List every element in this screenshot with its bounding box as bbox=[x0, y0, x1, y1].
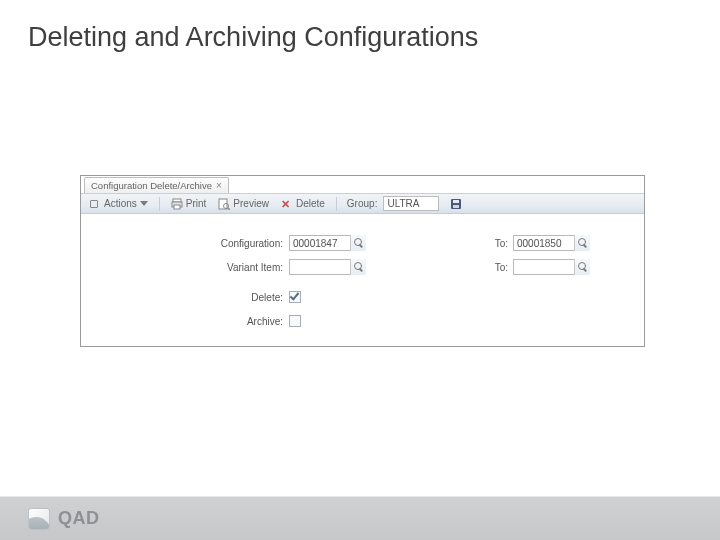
archive-checkbox[interactable] bbox=[289, 315, 301, 327]
label-delete: Delete: bbox=[81, 292, 289, 303]
search-icon bbox=[578, 238, 588, 248]
preview-label: Preview bbox=[233, 198, 269, 209]
app-window: Configuration Delete/Archive × Actions P… bbox=[80, 175, 645, 347]
lookup-button[interactable] bbox=[574, 259, 590, 275]
chevron-down-icon bbox=[140, 201, 148, 206]
qad-logo-text: QAD bbox=[58, 508, 100, 529]
group-label: Group: bbox=[347, 198, 378, 209]
label-to-2: To: bbox=[473, 262, 513, 273]
group-input[interactable] bbox=[383, 196, 439, 211]
configuration-to-input[interactable] bbox=[514, 236, 574, 250]
configuration-to-field[interactable] bbox=[513, 235, 589, 251]
svg-rect-8 bbox=[453, 205, 459, 208]
slide-footer: QAD bbox=[0, 496, 720, 540]
actions-icon bbox=[89, 198, 101, 210]
actions-label: Actions bbox=[104, 198, 137, 209]
variant-to-input[interactable] bbox=[514, 260, 574, 274]
tab-config-delete-archive[interactable]: Configuration Delete/Archive × bbox=[84, 177, 229, 193]
preview-icon bbox=[218, 198, 230, 210]
variant-to-field[interactable] bbox=[513, 259, 589, 275]
label-configuration: Configuration: bbox=[81, 238, 289, 249]
actions-button[interactable]: Actions bbox=[86, 197, 151, 211]
variant-from-field[interactable] bbox=[289, 259, 365, 275]
separator bbox=[159, 197, 160, 211]
lookup-button[interactable] bbox=[350, 235, 366, 251]
save-button[interactable] bbox=[447, 197, 465, 211]
print-button[interactable]: Print bbox=[168, 197, 210, 211]
delete-label: Delete bbox=[296, 198, 325, 209]
qad-logo-icon bbox=[28, 508, 50, 530]
svg-line-5 bbox=[228, 208, 230, 210]
search-icon bbox=[354, 238, 364, 248]
close-icon[interactable]: × bbox=[216, 181, 222, 191]
separator bbox=[336, 197, 337, 211]
form-panel: Configuration: To: Variant Item: bbox=[81, 214, 644, 332]
search-icon bbox=[578, 262, 588, 272]
delete-icon: ✕ bbox=[281, 198, 293, 210]
label-to-1: To: bbox=[473, 238, 513, 249]
configuration-from-input[interactable] bbox=[290, 236, 350, 250]
delete-button[interactable]: ✕ Delete bbox=[278, 197, 328, 211]
label-archive: Archive: bbox=[81, 316, 289, 327]
label-variant-item: Variant Item: bbox=[81, 262, 289, 273]
slide-title: Deleting and Archiving Configurations bbox=[28, 22, 478, 53]
print-label: Print bbox=[186, 198, 207, 209]
svg-rect-2 bbox=[174, 205, 180, 209]
configuration-from-field[interactable] bbox=[289, 235, 365, 251]
lookup-button[interactable] bbox=[574, 235, 590, 251]
svg-rect-7 bbox=[453, 200, 459, 203]
save-icon bbox=[450, 198, 462, 210]
toolbar: Actions Print Preview ✕ Delete bbox=[81, 194, 644, 214]
variant-from-input[interactable] bbox=[290, 260, 350, 274]
print-icon bbox=[171, 198, 183, 210]
tab-label: Configuration Delete/Archive bbox=[91, 180, 212, 191]
search-icon bbox=[354, 262, 364, 272]
delete-checkbox[interactable] bbox=[289, 291, 301, 303]
tab-bar: Configuration Delete/Archive × bbox=[81, 176, 644, 194]
preview-button[interactable]: Preview bbox=[215, 197, 272, 211]
lookup-button[interactable] bbox=[350, 259, 366, 275]
